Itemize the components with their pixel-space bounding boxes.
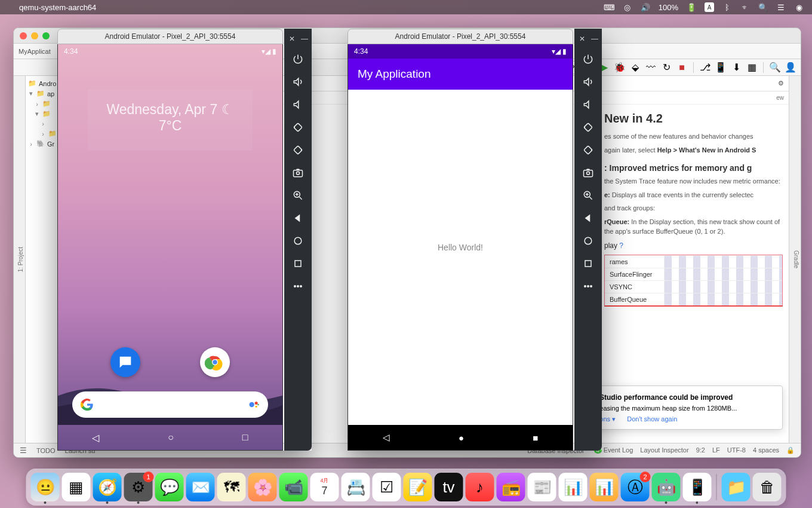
power-button[interactable] (288, 49, 308, 69)
podcasts-icon[interactable]: 📻 (497, 473, 525, 501)
attach-debugger-button[interactable]: ↻ (660, 61, 673, 74)
volume-icon[interactable]: 🔊 (641, 2, 650, 12)
screen-mirror-icon[interactable]: ⌨ (605, 2, 614, 12)
assistant-icon[interactable] (248, 399, 260, 411)
bluetooth-icon[interactable]: ᛒ (722, 2, 732, 12)
maps-icon[interactable]: 🗺 (217, 473, 246, 501)
chrome-app-icon[interactable] (200, 347, 230, 377)
launchpad-icon[interactable]: ▦ (62, 473, 91, 501)
trash-icon[interactable]: 🗑 (753, 473, 782, 501)
nav-home-button[interactable]: ● (459, 433, 464, 443)
close-button[interactable] (20, 32, 27, 39)
nav-back-button[interactable]: ◁ (92, 432, 99, 443)
wifi-icon[interactable]: ᯤ (740, 2, 750, 12)
volume-up-button[interactable] (288, 72, 308, 92)
android-studio-icon[interactable]: 🤖 (652, 473, 681, 501)
rotate-right-button[interactable] (288, 140, 308, 160)
emu-minimize-button[interactable]: — (591, 36, 597, 42)
active-app-name[interactable]: qemu-system-aarch64 (19, 3, 96, 12)
debug-button[interactable]: 🐞 (613, 61, 626, 74)
control-center-icon[interactable]: ☰ (776, 2, 786, 12)
reminders-icon[interactable]: ☑ (373, 473, 401, 501)
facetime-icon[interactable]: 📹 (279, 473, 308, 501)
nav-home-button[interactable]: ○ (168, 432, 174, 443)
account-button[interactable]: 👤 (784, 61, 797, 74)
google-search-bar[interactable] (72, 391, 268, 418)
siri-icon[interactable]: ◉ (794, 2, 804, 12)
numbers-icon[interactable]: 📊 (559, 473, 588, 501)
rotate-left-button[interactable] (578, 117, 598, 137)
sdk-manager-button[interactable]: ⬇ (730, 61, 743, 74)
whatsnew-text: e: Displays all trace events in the curr… (604, 190, 783, 200)
minimize-button[interactable] (31, 32, 38, 39)
rotate-left-button[interactable] (288, 117, 308, 137)
status-indent[interactable]: 4 spaces (753, 446, 779, 454)
volume-down-button[interactable] (288, 94, 308, 115)
spotlight-icon[interactable]: 🔍 (758, 2, 768, 12)
emu-close-button[interactable]: ✕ (579, 36, 585, 42)
settings-icon[interactable]: ⚙ (778, 79, 784, 87)
contacts-icon[interactable]: 📇 (342, 473, 370, 501)
battery-percent[interactable]: 100% (659, 3, 678, 12)
messages-icon[interactable]: 💬 (155, 473, 184, 501)
screenshot-button[interactable] (578, 163, 598, 183)
home-date-widget[interactable]: Wednesday, Apr 7 ☾ 7°C (88, 90, 253, 151)
volume-down-button[interactable] (578, 94, 598, 115)
status-encoding[interactable]: UTF-8 (727, 446, 746, 454)
stop-button[interactable]: ■ (675, 61, 688, 74)
emu-back-button[interactable] (288, 208, 308, 228)
nav-back-button[interactable]: ◁ (383, 432, 390, 443)
downloads-icon[interactable]: 📁 (722, 473, 751, 501)
music-icon[interactable]: ♪ (466, 473, 494, 501)
toast-dont-show-link[interactable]: Don't show again (627, 415, 677, 423)
zoom-button[interactable] (578, 185, 598, 206)
emu-close-button[interactable]: ✕ (289, 36, 295, 42)
status-line-sep[interactable]: LF (712, 446, 720, 454)
status-todo[interactable]: TODO (36, 447, 56, 454)
vcs-button[interactable]: ⎇ (699, 61, 712, 74)
calendar-icon[interactable]: 4月7 (310, 473, 339, 501)
zoom-button[interactable] (42, 32, 50, 39)
nav-path[interactable]: MyApplicat (19, 48, 51, 55)
notes-icon[interactable]: 📝 (404, 473, 432, 501)
status-layout-inspector[interactable]: Layout Inspector (640, 446, 688, 454)
emu-minimize-button[interactable]: — (301, 36, 307, 42)
emu-home-button[interactable] (288, 231, 308, 251)
tab-project[interactable]: 1: Project (16, 244, 25, 274)
svg-point-10 (297, 172, 300, 175)
tab-gradle[interactable]: Gradle (792, 248, 801, 271)
lock-icon[interactable]: 🔒 (786, 446, 795, 454)
input-source-icon[interactable]: A (705, 2, 714, 12)
power-button[interactable] (578, 49, 598, 69)
nav-recents-button[interactable]: □ (242, 432, 248, 443)
news-icon[interactable]: 📰 (528, 473, 556, 501)
rotate-right-button[interactable] (578, 140, 598, 160)
system-preferences-icon[interactable]: ⚙1 (124, 473, 153, 501)
emu-back-button[interactable] (578, 208, 598, 228)
scrcpy-icon[interactable]: 📱 (683, 473, 712, 501)
more-button[interactable] (578, 276, 598, 296)
whatsnew-tab[interactable]: ew (776, 94, 784, 101)
coverage-button[interactable]: ⬙ (629, 61, 642, 74)
messages-app-icon[interactable] (110, 347, 140, 377)
emu-overview-button[interactable] (288, 253, 308, 274)
resource-manager-button[interactable]: ▦ (745, 61, 758, 74)
finder-icon[interactable]: 😐 (31, 473, 60, 501)
profile-button[interactable]: 〰 (644, 61, 657, 74)
volume-up-button[interactable] (578, 72, 598, 92)
keynote-icon[interactable]: 📊 (590, 473, 619, 501)
tv-icon[interactable]: tv (435, 473, 463, 501)
avd-manager-button[interactable]: 📱 (714, 61, 727, 74)
appstore-icon[interactable]: Ⓐ2 (621, 473, 650, 501)
mail-icon[interactable]: ✉️ (186, 473, 215, 501)
airdrop-icon[interactable]: ◎ (623, 2, 632, 12)
photos-icon[interactable]: 🌸 (248, 473, 277, 501)
emu-overview-button[interactable] (578, 253, 598, 274)
screenshot-button[interactable] (288, 163, 308, 183)
nav-recents-button[interactable]: ■ (533, 433, 538, 443)
more-button[interactable] (288, 276, 308, 296)
zoom-button[interactable] (288, 185, 308, 206)
safari-icon[interactable]: 🧭 (93, 473, 122, 501)
emu-home-button[interactable] (578, 231, 598, 251)
search-everywhere-button[interactable]: 🔍 (768, 61, 782, 74)
